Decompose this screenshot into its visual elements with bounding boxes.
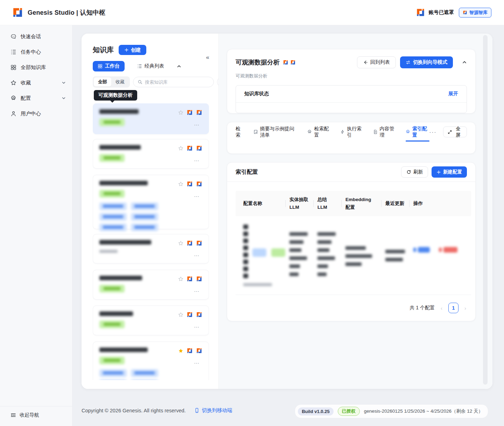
back-to-list-button[interactable]: 回到列表 [357,56,396,68]
star-filled-icon[interactable] [178,348,183,353]
sidebar-item-task-center[interactable]: 任务中心 [0,44,72,60]
pagination-prev-icon[interactable]: ‹ [441,305,442,311]
kb-card-title-redacted [99,240,151,245]
kb-card-subtitle-redacted [99,250,118,253]
star-icon[interactable] [178,110,183,115]
table-header-row: 配置名称 实体抽取 LLM 总结 LLM Embedding 配置 最近更新 操… [236,191,471,216]
kb-card[interactable]: ⋯ [93,270,209,300]
brand: Genesis Studio | 认知中枢 [12,7,105,18]
kb-card[interactable]: ⋯ [93,342,209,380]
scrollbar[interactable] [483,35,488,385]
chevron-up-icon[interactable] [177,64,181,69]
kb-card-more-icon[interactable]: ⋯ [194,288,200,295]
genesis-logo-icon [12,7,23,18]
org-badge[interactable]: 智源智库 [459,8,491,18]
kb-card-status-badge-redacted [99,190,125,198]
chevron-down-icon [62,81,66,85]
kb-card[interactable]: ⋯ [93,175,209,229]
sidebar-item-settings[interactable]: 配置 [0,90,72,106]
kb-type-logo-icon [187,311,193,318]
index-config-table: 配置名称 实体抽取 LLM 总结 LLM Embedding 配置 最近更新 操… [236,191,471,295]
star-icon[interactable] [178,241,183,246]
kb-card[interactable]: ⋯ [93,103,209,134]
pagination-page-1[interactable]: 1 [448,303,458,313]
switch-to-mobile-label: 切换到移动端 [202,407,232,414]
star-icon[interactable] [178,312,183,317]
kb-type-logo-icon [187,348,193,354]
tab-run-index[interactable]: 执行索引 [340,122,364,142]
kb-card-more-icon[interactable]: ⋯ [194,193,200,200]
kb-card-title-redacted [99,109,139,114]
edit-link-redacted[interactable] [413,247,430,253]
star-icon[interactable] [178,181,183,187]
table-row[interactable] [236,216,471,295]
tab-content-management[interactable]: 内容管理 [373,122,397,142]
plus-icon [124,48,129,52]
kb-card-more-icon[interactable]: ⋯ [194,360,200,366]
license-status-badge: 已授权 [338,407,360,416]
config-id-redacted [243,283,272,286]
kb-type-logo-icon [196,311,202,318]
account-menu[interactable]: 账号已遮罩 [416,8,454,17]
sidebar-item-quick-chat[interactable]: 快速会话 [0,29,72,44]
star-icon[interactable] [178,146,183,151]
tabs-overflow-icon[interactable]: ··· [429,129,437,135]
tab-index-config[interactable]: 索引配置 [406,122,429,142]
kb-filter-favorites[interactable]: 收藏 [111,77,129,87]
kb-search-box [133,77,214,87]
kb-card-more-icon[interactable]: ⋯ [194,122,200,128]
kb-card-tag-redacted [99,202,127,210]
kb-card-more-icon[interactable]: ⋯ [194,158,200,164]
delete-link-redacted[interactable] [439,247,457,253]
expand-status-link[interactable]: 展开 [448,91,458,97]
refresh-icon [406,170,411,174]
kb-panel-title: 知识库 [93,45,114,55]
sidebar-item-all-kb[interactable]: 全部知识库 [0,60,72,75]
sidebar-item-label: 快速会话 [21,33,41,40]
kb-card-more-icon[interactable]: ⋯ [194,253,200,259]
index-config-title: 索引配置 [236,169,258,176]
chevron-down-icon [62,96,66,100]
tab-retrieval[interactable]: 检索 [236,122,244,142]
col-header-actions: 操作 [409,191,471,216]
list-icon [137,64,142,69]
lightning-icon [340,129,345,135]
col-header-entity-llm: 实体抽取 LLM [285,191,313,216]
kb-card-tag-redacted [99,213,127,221]
sidebar-item-favorites[interactable]: 收藏 [0,75,72,90]
phone-icon [194,408,200,413]
new-config-button[interactable]: 新建配置 [432,166,467,178]
switch-wizard-mode-label: 切换到向导模式 [413,59,447,66]
kb-view-tab-workbench[interactable]: 工作台 [93,61,125,71]
col-header-embedding: Embedding 配置 [341,191,381,216]
tab-retrieval-config[interactable]: 检索配置 [307,122,331,142]
tab-summary-examples[interactable]: 摘要与示例提问清单 [253,122,299,142]
col-header-name: 配置名称 [236,191,285,216]
kb-filter-all[interactable]: 全部 [94,77,111,87]
sidebar: 快速会话 任务中心 全部知识库 收藏 配置 用户中心 收起导航 [0,25,72,426]
pagination-next-icon[interactable]: › [464,305,466,311]
kb-card-title-redacted [99,181,148,185]
collapse-detail-icon[interactable] [462,60,467,65]
collapse-kb-panel-icon[interactable]: « [206,54,209,61]
create-kb-button[interactable]: 创建 [119,45,146,55]
kb-card-list: ⋯ ⋯ [93,103,209,380]
kb-card-tag-redacted [131,224,158,231]
sidebar-item-user-center[interactable]: 用户中心 [0,106,72,121]
refresh-button[interactable]: 刷新 [401,166,428,178]
kb-view-tab-classic-list[interactable]: 经典列表 [132,61,169,71]
kb-search-input[interactable] [145,80,201,85]
kb-card[interactable]: ⋯ [93,139,209,169]
switch-wizard-mode-button[interactable]: 切换到向导模式 [400,56,453,68]
kb-card-more-icon[interactable]: ⋯ [194,324,200,330]
kb-card-title-redacted [99,276,142,280]
switch-to-mobile-link[interactable]: 切换到移动端 [194,407,232,414]
kb-card-title-redacted [99,145,141,150]
org-logo-icon [463,10,467,15]
fullscreen-button[interactable]: 全屏 [443,126,467,137]
star-icon[interactable] [178,276,183,282]
kb-card[interactable]: ⋯ [93,234,209,263]
kb-card[interactable]: ⋯ [93,305,209,335]
plus-icon [436,170,441,174]
org-badge-label: 智源智库 [469,9,488,16]
